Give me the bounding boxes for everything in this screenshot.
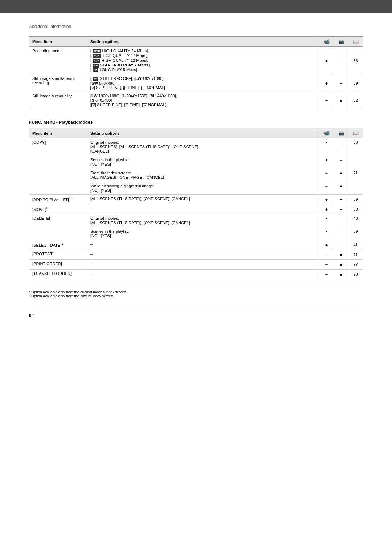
select-date-ref: 41: [348, 240, 363, 250]
row3-ref: 62: [348, 92, 363, 109]
add-playlist-ref: 59: [348, 195, 363, 204]
footnote-2: ² Option available only from the playlis…: [29, 294, 363, 298]
content: Additional Information Menu item Setting…: [0, 13, 392, 333]
col2-ref-icon: 📖: [348, 128, 363, 138]
table-row: [COPY] Original movies: [ALL SCENES], [A…: [29, 138, 363, 195]
row2-p: –: [334, 74, 348, 92]
table-row: Recording mode [ MXP HIGH QUALITY 24 Mbp…: [29, 47, 363, 74]
protect-menu-item: [PROTECT]: [29, 250, 87, 260]
row3-menu-item: Still image size/quality: [29, 92, 87, 109]
delete-menu-item: [DELETE]: [29, 214, 87, 240]
delete-p: ––: [334, 214, 348, 240]
page-number: 92: [29, 309, 363, 318]
protect-v: –: [319, 250, 334, 260]
move-setting: –: [87, 204, 319, 214]
row1-menu-item: Recording mode: [29, 47, 87, 74]
select-date-v: ●: [319, 240, 334, 250]
transfer-order-ref: 90: [348, 270, 363, 279]
row1-v: ●: [319, 47, 334, 74]
table-row: [DELETE] Original movies: [ALL SCENES (T…: [29, 214, 363, 240]
move-v: ●: [319, 204, 334, 214]
print-order-ref: 77: [348, 260, 363, 270]
col2-menu-item: Menu item: [29, 128, 87, 138]
move-ref: 60: [348, 204, 363, 214]
table1-section: Menu item Setting options 📹 📷 📖: [29, 36, 363, 109]
row2-v: ●: [319, 74, 334, 92]
col-video-icon: 📹: [319, 37, 334, 47]
table-row: [TRANSFER ORDER] – – ● 90: [29, 270, 363, 279]
footnote-1: ¹ Option available only from the origina…: [29, 290, 363, 294]
row2-menu-item: Still image simultaneousrecording: [29, 74, 87, 92]
table2-heading: FUNC. Menu - Playback Modes: [29, 120, 363, 125]
table-row: [PRINT ORDER] – – ● 77: [29, 260, 363, 270]
top-bar: [0, 0, 392, 13]
transfer-order-setting: –: [87, 270, 319, 279]
move-p: –: [334, 204, 348, 214]
copy-p: ––●●: [334, 138, 348, 195]
select-date-menu-item: [SELECT DATE]1: [29, 240, 87, 250]
row2-ref: 69: [348, 74, 363, 92]
delete-setting: Original movies: [ALL SCENES (THIS DATE)…: [87, 214, 319, 240]
protect-setting: –: [87, 250, 319, 260]
row2-setting: [ off STILL I.REC OFF], [LW 1920x1080], …: [87, 74, 319, 92]
table-row: [PROTECT] – – ● 71: [29, 250, 363, 260]
select-date-p: –: [334, 240, 348, 250]
protect-ref: 71: [348, 250, 363, 260]
transfer-order-v: –: [319, 270, 334, 279]
table-row: [ADD TO PLAYLIST]1 [ALL SCENES (THIS DAT…: [29, 195, 363, 204]
copy-ref: 6071: [348, 138, 363, 195]
table2: Menu item Setting options 📹 📷 📖: [29, 128, 363, 279]
add-playlist-setting: [ALL SCENES (THIS DATE)], [ONE SCENE], […: [87, 195, 319, 204]
table-row: [SELECT DATE]1 – ● – 41: [29, 240, 363, 250]
print-order-setting: –: [87, 260, 319, 270]
table2-section: FUNC. Menu - Playback Modes Menu item Se…: [29, 120, 363, 279]
col2-video-icon: 📹: [319, 128, 334, 138]
row1-ref: 36: [348, 47, 363, 74]
delete-ref: 4359: [348, 214, 363, 240]
col-photo-icon: 📷: [334, 37, 348, 47]
copy-setting: Original movies: [ALL SCENES], [ALL SCEN…: [87, 138, 319, 195]
row1-setting: [ MXP HIGH QUALITY 24 Mbps], [ FXP HIGH …: [87, 47, 319, 74]
add-playlist-p: –: [334, 195, 348, 204]
table-row: [MOVE]2 – ● – 60: [29, 204, 363, 214]
row3-v: –: [319, 92, 334, 109]
add-playlist-v: ●: [319, 195, 334, 204]
table-row: Still image size/quality [LW 1920x1080],…: [29, 92, 363, 109]
print-order-v: –: [319, 260, 334, 270]
table1: Menu item Setting options 📹 📷 📖: [29, 36, 363, 109]
add-playlist-menu-item: [ADD TO PLAYLIST]1: [29, 195, 87, 204]
col-setting-options: Setting options: [87, 37, 319, 47]
col2-setting-options: Setting options: [87, 128, 319, 138]
row3-p: ●: [334, 92, 348, 109]
copy-v: ●●––: [319, 138, 334, 195]
copy-menu-item: [COPY]: [29, 138, 87, 195]
move-menu-item: [MOVE]2: [29, 204, 87, 214]
table-row: Still image simultaneousrecording [ off …: [29, 74, 363, 92]
select-date-setting: –: [87, 240, 319, 250]
transfer-order-p: ●: [334, 270, 348, 279]
row1-p: –: [334, 47, 348, 74]
page: Additional Information Menu item Setting…: [0, 0, 392, 555]
transfer-order-menu-item: [TRANSFER ORDER]: [29, 270, 87, 279]
col-menu-item: Menu item: [29, 37, 87, 47]
col-ref-icon: 📖: [348, 37, 363, 47]
delete-v: ●●: [319, 214, 334, 240]
print-order-p: ●: [334, 260, 348, 270]
footnotes: ¹ Option available only from the origina…: [29, 290, 363, 298]
section-title: Additional Information: [29, 24, 363, 29]
row3-setting: [LW 1920x1080], [L 2048x1536], [M 1440x1…: [87, 92, 319, 109]
protect-p: ●: [334, 250, 348, 260]
col2-photo-icon: 📷: [334, 128, 348, 138]
print-order-menu-item: [PRINT ORDER]: [29, 260, 87, 270]
